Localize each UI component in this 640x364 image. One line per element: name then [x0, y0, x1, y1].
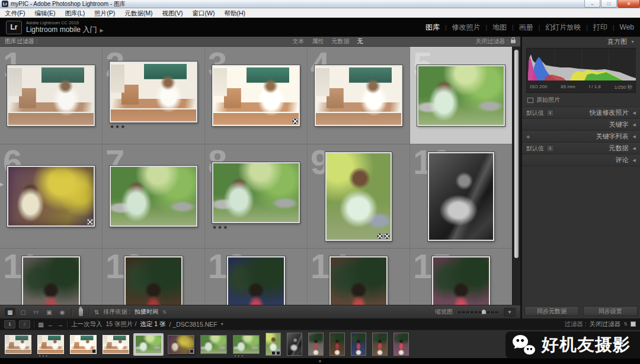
section-collapse-icon[interactable]: ◀ [633, 123, 636, 127]
edit-badge-icon[interactable] [87, 219, 93, 225]
photo-thumbnail-12[interactable] [124, 256, 183, 305]
grid-cell-2[interactable]: 2★★★ [103, 47, 205, 144]
filmstrip-thumb-3[interactable] [68, 333, 98, 356]
preset-dropdown[interactable]: 默认值 [526, 144, 544, 153]
module-tab-6[interactable]: 打印 [593, 22, 607, 33]
edit-badge-icon[interactable] [377, 233, 383, 239]
grid-cell-8[interactable]: 8★★★ [205, 144, 308, 249]
filmstrip-thumb-9[interactable] [264, 331, 283, 357]
photo-thumbnail-3[interactable] [212, 65, 300, 126]
histogram-collapse-icon[interactable]: ▼ [631, 40, 635, 44]
sort-toggle-icon[interactable]: ⇅ [162, 310, 167, 315]
filmstrip-photo[interactable] [200, 335, 227, 354]
identity-plate[interactable]: Lightroom mobile 入门 [26, 25, 97, 34]
panel-section-5[interactable]: 评论◀ [522, 154, 640, 166]
panel-section-4[interactable]: 默认值⇕元数据◀ [522, 143, 640, 154]
back-arrow-icon[interactable]: ← [47, 321, 54, 328]
filmstrip-thumb-7[interactable] [199, 333, 229, 356]
original-photo-icon[interactable] [527, 98, 533, 103]
filmstrip-thumb-15[interactable] [392, 331, 411, 357]
filmstrip-photo[interactable] [351, 333, 366, 356]
grid-view-icon[interactable]: ▦ [5, 308, 15, 316]
filter-option-4[interactable]: 无 [357, 37, 363, 46]
title-bar[interactable]: Lr myPIC - Adobe Photoshop Lightroom - 图… [0, 0, 640, 8]
menu-item-5[interactable]: 元数据(M) [120, 8, 157, 18]
photo-thumbnail-10[interactable] [428, 152, 494, 241]
slider-handle[interactable] [482, 310, 486, 314]
filmstrip-thumb-11[interactable] [306, 331, 325, 357]
photo-thumbnail-6[interactable] [7, 166, 95, 227]
filmstrip-filter-value[interactable]: 关闭过滤器 [590, 320, 621, 328]
grid-shortcut-icon[interactable]: ▦ [38, 321, 44, 328]
filmstrip-photo[interactable] [372, 333, 388, 356]
add-keyword-icon[interactable]: + [526, 133, 530, 140]
preset-dropdown[interactable]: 默认值 [526, 109, 544, 117]
grid-cell-15[interactable]: 15 [410, 249, 513, 305]
survey-view-icon[interactable]: ▣ [44, 308, 55, 316]
filmstrip-thumb-14[interactable] [370, 331, 389, 357]
minimize-button[interactable]: – [584, 0, 600, 8]
source-label[interactable]: 上一次导入 [71, 320, 103, 328]
compare-view-icon[interactable]: XY [31, 308, 41, 316]
filter-option-1[interactable]: 文本 [292, 37, 304, 46]
star-rating[interactable]: ★★★ [212, 224, 228, 230]
grid-cell-9[interactable]: 9 [308, 144, 410, 249]
people-view-icon[interactable]: ◉ [57, 308, 68, 316]
menu-item-7[interactable]: 窗口(W) [188, 8, 220, 18]
sync-metadata-button[interactable]: 同步元数据 [524, 306, 579, 316]
filmstrip-photo[interactable] [265, 333, 281, 356]
filter-option-2[interactable]: 属性 [312, 37, 324, 46]
filmstrip-thumb-13[interactable] [349, 331, 368, 357]
thumbnail-size-slider[interactable] [457, 311, 500, 313]
grid-cell-13[interactable]: 13 [205, 249, 308, 305]
photo-thumbnail-2[interactable] [110, 62, 197, 123]
module-tab-2[interactable]: 修改照片 [452, 22, 480, 33]
filmstrip-photo[interactable] [233, 335, 260, 354]
scrollbar-thumb[interactable] [514, 50, 519, 258]
identity-caret-icon[interactable]: ▶ [100, 28, 103, 33]
histogram-chart[interactable] [528, 50, 636, 80]
filmstrip-thumb-12[interactable] [328, 331, 347, 357]
module-tab-1[interactable]: 图库 [425, 22, 440, 33]
close-button[interactable]: ✕ [617, 0, 640, 8]
grid-cell-6[interactable]: 6 [0, 144, 103, 249]
filmstrip-thumb-2[interactable]: • • • [36, 333, 66, 356]
panel-section-3[interactable]: +关键字列表◀ [522, 131, 640, 143]
module-tab-3[interactable]: 地图 [492, 22, 507, 33]
filmstrip-photo[interactable] [5, 335, 31, 354]
filmstrip-photo[interactable] [308, 333, 324, 356]
filmstrip-thumb-10[interactable] [285, 331, 304, 357]
filter-switch-icon[interactable] [631, 321, 636, 327]
secondary-monitor-button[interactable]: 2 [19, 320, 30, 328]
module-tab-4[interactable]: 画册 [519, 22, 533, 33]
filmstrip-photo[interactable] [287, 333, 302, 356]
filter-lock-icon[interactable] [511, 40, 516, 43]
menu-item-1[interactable]: 文件(F) [0, 8, 30, 18]
filmstrip-thumb-8[interactable]: • • • [231, 333, 261, 356]
grid-cell-1[interactable]: 1 [0, 47, 103, 144]
histogram-header[interactable]: 直方图 ▼ [522, 37, 640, 47]
spray-tool-icon[interactable] [79, 308, 83, 316]
menu-item-8[interactable]: 帮助(H) [219, 8, 250, 18]
filmstrip-thumb-1[interactable] [3, 333, 33, 356]
grid-cell-14[interactable]: 14 [308, 249, 410, 305]
grid-cell-3[interactable]: 3 [205, 47, 308, 144]
sync-settings-button[interactable]: 同步设置 [583, 306, 638, 316]
panel-section-1[interactable]: 默认值⇕快速修改照片◀ [522, 107, 640, 119]
menu-item-6[interactable]: 视图(V) [158, 8, 188, 18]
photo-thumbnail-5[interactable] [417, 65, 505, 126]
edit-badge-icon[interactable] [292, 118, 298, 124]
filter-toggle-icon[interactable]: ⇅ [623, 321, 628, 327]
section-collapse-icon[interactable]: ◀ [633, 111, 636, 115]
photo-thumbnail-8[interactable] [212, 162, 300, 223]
panel-section-2[interactable]: 关键字◀ [522, 119, 640, 131]
module-tab-5[interactable]: 幻灯片放映 [545, 22, 581, 33]
menu-item-4[interactable]: 照片(P) [89, 8, 120, 18]
module-tab-7[interactable]: Web [620, 23, 634, 31]
photo-thumbnail-11[interactable] [22, 256, 80, 305]
menu-item-2[interactable]: 编辑(E) [30, 8, 60, 18]
sort-value-dropdown[interactable]: 拍摄时间 [135, 308, 158, 316]
photo-thumbnail-9[interactable] [325, 152, 392, 241]
photo-thumbnail-14[interactable] [329, 256, 388, 305]
section-collapse-icon[interactable]: ◀ [633, 146, 636, 151]
